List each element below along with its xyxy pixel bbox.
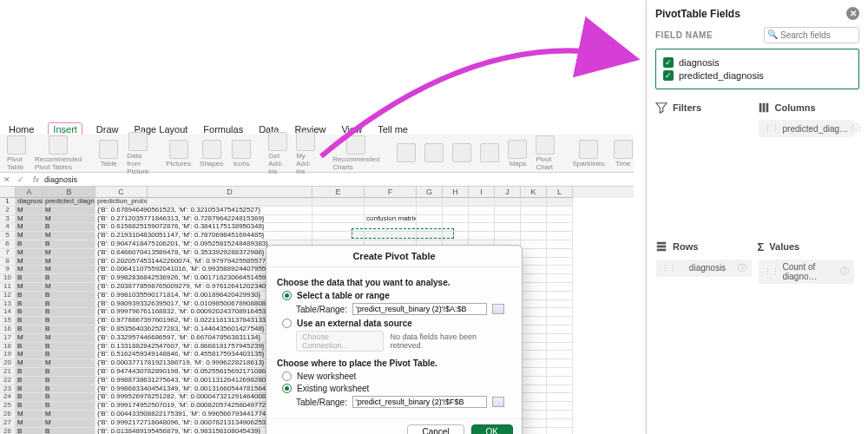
cell[interactable]: 2 (0, 207, 16, 215)
ribbon-icons[interactable]: Icons (232, 140, 251, 168)
ribbon-pivot-chart[interactable]: Pivot Chart (536, 135, 555, 171)
cell[interactable]: M (43, 359, 95, 368)
cell[interactable] (547, 343, 573, 352)
col-header-E[interactable]: E (312, 187, 365, 198)
cell[interactable]: B (16, 402, 43, 411)
cell[interactable]: M (16, 283, 43, 292)
ribbon-maps[interactable]: Maps (508, 140, 527, 168)
values-zone[interactable]: ⋮⋮ Count of diagno… ⓘ (758, 257, 860, 377)
ribbon-chart[interactable] (397, 143, 416, 163)
cell[interactable]: prediction_probability (95, 198, 148, 207)
cell[interactable]: M (16, 359, 43, 368)
col-header-D[interactable]: D (148, 187, 312, 198)
ribbon-chart[interactable] (452, 143, 471, 163)
cell[interactable] (443, 207, 469, 215)
cell[interactable]: 27 (0, 419, 16, 428)
cell[interactable] (469, 215, 495, 224)
cell[interactable]: 15 (0, 317, 16, 326)
place-range-input[interactable] (352, 396, 487, 408)
confirm-icon[interactable]: ✓ (14, 175, 28, 184)
cell[interactable]: B (16, 308, 43, 317)
cell[interactable]: B (16, 343, 43, 352)
cell[interactable] (547, 249, 573, 258)
ribbon-get-add-ins[interactable]: Get Add-ins (268, 132, 287, 175)
cell[interactable] (547, 232, 573, 240)
col-header-K[interactable]: K (521, 187, 547, 198)
cell[interactable]: B (43, 351, 95, 359)
cell[interactable] (521, 198, 547, 207)
range-picker-icon[interactable] (492, 304, 504, 314)
cell[interactable]: B (43, 402, 95, 411)
cell[interactable] (469, 207, 495, 215)
cell[interactable]: diagnosis (16, 198, 43, 207)
cell[interactable]: M (43, 249, 95, 258)
cell[interactable] (521, 223, 547, 232)
cell[interactable]: 13 (0, 300, 16, 309)
cell[interactable] (521, 258, 547, 266)
ribbon-chart[interactable] (424, 143, 444, 163)
cell[interactable] (547, 368, 573, 377)
close-icon[interactable]: ✕ (846, 7, 859, 20)
cell[interactable] (469, 198, 495, 207)
cell[interactable] (417, 207, 443, 215)
cell[interactable] (312, 207, 365, 215)
cell[interactable]: B (43, 368, 95, 377)
cell[interactable]: {'B': 0.6158825159072876, 'M': 0.3841175… (95, 223, 312, 232)
cell[interactable]: 5 (0, 232, 16, 240)
cell[interactable]: B (43, 428, 95, 434)
col-header-F[interactable]: F (365, 187, 417, 198)
cell[interactable]: 28 (0, 428, 16, 434)
col-header-G[interactable]: G (417, 187, 443, 198)
cell[interactable] (521, 393, 547, 402)
cell[interactable]: M (43, 419, 95, 428)
cell[interactable] (521, 334, 547, 343)
ok-button[interactable]: OK (471, 424, 513, 434)
field-diagnosis[interactable]: ✓diagnosis (663, 57, 852, 68)
cell[interactable] (148, 198, 312, 207)
cell[interactable] (469, 232, 495, 240)
cell[interactable] (521, 368, 547, 377)
cancel-icon[interactable]: ✕ (0, 175, 14, 184)
cell[interactable]: M (16, 232, 43, 240)
cell[interactable]: 10 (0, 274, 16, 283)
cell[interactable]: {'B': 0.2193104830051147, 'M': 0.7870698… (95, 232, 312, 240)
cell[interactable] (495, 232, 521, 240)
col-header-J[interactable]: J (495, 187, 521, 198)
cell[interactable] (521, 266, 547, 274)
cell[interactable]: 25 (0, 402, 16, 411)
cell[interactable] (521, 283, 547, 292)
cell[interactable]: 12 (0, 292, 16, 300)
cell[interactable] (521, 351, 547, 359)
cell[interactable]: B (43, 292, 95, 300)
cell[interactable] (547, 351, 573, 359)
info-icon[interactable]: ⓘ (840, 266, 849, 278)
cell[interactable]: 14 (0, 308, 16, 317)
formula-text[interactable]: diagnosis (44, 175, 77, 184)
cell[interactable]: confusion matrix (365, 215, 417, 224)
cell[interactable] (547, 215, 573, 224)
cell[interactable] (495, 223, 521, 232)
cell[interactable]: B (43, 308, 95, 317)
columns-zone[interactable]: ⋮⋮ predicted_diag… ⓘ (758, 117, 860, 237)
field-list[interactable]: ✓diagnosis✓predicted_diagnosis (655, 49, 859, 89)
cell[interactable]: B (16, 292, 43, 300)
cell[interactable]: B (16, 240, 43, 249)
col-header-L[interactable]: L (547, 187, 573, 198)
cell[interactable]: M (43, 215, 95, 224)
cell[interactable] (547, 283, 573, 292)
ribbon-pictures[interactable]: Pictures (166, 140, 191, 168)
cell[interactable]: M (43, 232, 95, 240)
cell[interactable]: B (43, 377, 95, 385)
cell[interactable] (521, 207, 547, 215)
cell[interactable]: B (43, 343, 95, 352)
cell[interactable] (521, 385, 547, 394)
cell[interactable]: 8 (0, 258, 16, 266)
cell[interactable] (547, 359, 573, 368)
cell[interactable] (547, 317, 573, 326)
value-pill[interactable]: ⋮⋮ Count of diagno… ⓘ (759, 260, 854, 284)
cell[interactable] (547, 393, 573, 402)
cell[interactable]: B (16, 428, 43, 434)
cell[interactable] (547, 308, 573, 317)
search-input[interactable] (764, 27, 859, 43)
cell[interactable] (521, 215, 547, 224)
